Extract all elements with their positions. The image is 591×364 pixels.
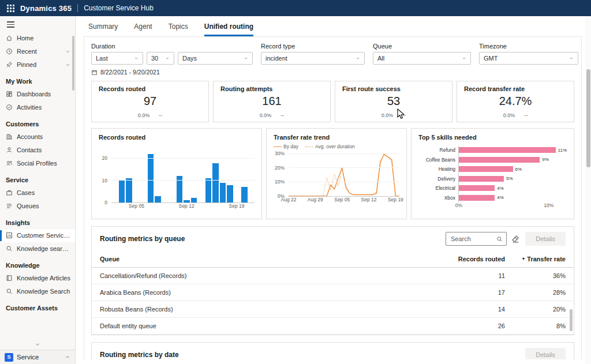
main-scrollbar[interactable] bbox=[585, 16, 591, 364]
details-button[interactable]: Details bbox=[525, 348, 566, 359]
date-range-row: 8/22/2021 - 9/20/2021 bbox=[91, 69, 574, 76]
chevron-down-icon bbox=[165, 56, 170, 61]
duration-count-dropdown[interactable]: 30 bbox=[147, 52, 174, 65]
record-type-filter: Record type incident bbox=[261, 43, 365, 65]
records-routed-plot bbox=[111, 148, 255, 203]
sidebar-item-dashboards[interactable]: Dashboards bbox=[0, 88, 75, 101]
tab-agent[interactable]: Agent bbox=[134, 22, 152, 36]
social-profiles-icon bbox=[6, 160, 13, 167]
sidebar-item-label: Accounts bbox=[17, 133, 43, 140]
skills-rows: Refund11%Coffee Beans9%Heating6%Delivery… bbox=[418, 145, 567, 202]
cell-records-routed: 17 bbox=[436, 289, 505, 296]
sidebar-scrollbar-thumb[interactable] bbox=[72, 36, 74, 91]
sidebar-item-knowledge-articles[interactable]: Knowledge Articles bbox=[0, 272, 75, 285]
filter-bar: Duration Last 30 Days bbox=[91, 43, 574, 65]
y-tick-label: 10 bbox=[102, 178, 107, 183]
column-header-queue[interactable]: Queue bbox=[100, 256, 436, 262]
kpi-delta: 0.0%-- bbox=[457, 112, 574, 118]
top-skills-chart: Top 5 skills needed Refund11%Coffee Bean… bbox=[411, 128, 574, 219]
column-header-transfer-rate[interactable]: ▼Transfer rate bbox=[505, 256, 566, 262]
tab-unified-routing[interactable]: Unified routing bbox=[204, 22, 253, 36]
legend-label: Avg. over duration bbox=[315, 144, 355, 149]
table-row[interactable]: Default entity queue268% bbox=[92, 318, 574, 335]
sidebar-section-title: Customer Assets bbox=[0, 298, 75, 314]
chevron-down-icon bbox=[569, 56, 574, 61]
sidebar-item-cases[interactable]: Cases bbox=[0, 186, 75, 200]
details-button[interactable]: Details bbox=[525, 232, 566, 246]
duration-mode-dropdown[interactable]: Last bbox=[91, 52, 143, 65]
sidebar-item-label: Knowledge Search bbox=[17, 288, 70, 295]
sidebar-item-pinned[interactable]: Pinned bbox=[0, 58, 75, 72]
search-input[interactable] bbox=[450, 235, 494, 243]
duration-label: Duration bbox=[91, 43, 253, 50]
gridline bbox=[289, 153, 399, 154]
sidebar-scrollbar[interactable] bbox=[72, 36, 74, 356]
sidebar-item-knowledge-search[interactable]: Knowledge Search bbox=[0, 285, 75, 298]
app-subtitle[interactable]: Customer Service Hub bbox=[84, 4, 154, 12]
table-row[interactable]: Arabica Beans (Records)1728% bbox=[92, 284, 574, 301]
kpi-card-first-route-success: First route success530.0%-- bbox=[335, 81, 452, 122]
hamburger-menu-icon[interactable] bbox=[0, 16, 75, 32]
sidebar-item-recent[interactable]: Recent bbox=[0, 45, 75, 58]
sidebar-scroll-down-icon[interactable] bbox=[0, 342, 75, 350]
kpi-delta: 0.0%-- bbox=[335, 112, 452, 118]
record-type-dropdown[interactable]: incident bbox=[261, 52, 365, 65]
tab-summary[interactable]: Summary bbox=[88, 22, 118, 36]
sidebar-item-contacts[interactable]: Contacts bbox=[0, 144, 75, 157]
cell-queue: Default entity queue bbox=[100, 322, 436, 329]
y-tick-label: 30% bbox=[275, 151, 285, 156]
trend-legend: By dayAvg. over duration bbox=[274, 144, 399, 149]
clear-filters-icon[interactable] bbox=[511, 235, 519, 243]
cell-queue: Robusta Beans (Records) bbox=[100, 306, 436, 313]
skill-bar-track: 4% bbox=[458, 193, 567, 203]
legend-avg-over-duration: Avg. over duration bbox=[305, 144, 355, 149]
duration-unit-dropdown[interactable]: Days bbox=[178, 52, 253, 65]
app-title[interactable]: Dynamics 365 bbox=[20, 4, 72, 13]
chart-title: Records routed bbox=[99, 134, 255, 141]
sidebar-item-social-profiles[interactable]: Social Profiles bbox=[0, 157, 75, 170]
sidebar-item-accounts[interactable]: Accounts bbox=[0, 130, 75, 144]
gridline bbox=[289, 167, 399, 168]
queue-dropdown[interactable]: All bbox=[373, 52, 471, 65]
y-tick-label: 20% bbox=[275, 165, 285, 171]
skill-row-electrical: Electrical4% bbox=[418, 183, 567, 193]
legend-swatch bbox=[274, 147, 282, 147]
column-header-records-routed[interactable]: Records routed bbox=[436, 256, 505, 262]
dashboard-content: Duration Last 30 Days bbox=[76, 36, 591, 359]
sidebar-item-knowledge-search[interactable]: Knowledge search... bbox=[0, 242, 75, 256]
selected-value: Last bbox=[96, 55, 108, 62]
cell-records-routed: 26 bbox=[436, 322, 505, 329]
table-row[interactable]: Robusta Beans (Records)1420% bbox=[92, 301, 574, 318]
legend-label: By day bbox=[283, 144, 298, 149]
sidebar-item-home[interactable]: Home bbox=[0, 32, 75, 45]
queue-table-body: Cancellation/Refund (Records)1136%Arabic… bbox=[92, 268, 574, 335]
waffle-icon[interactable] bbox=[7, 5, 14, 12]
sidebar-section-title: Knowledge bbox=[0, 256, 75, 272]
pin-icon bbox=[6, 61, 13, 68]
kpi-value: 24.7% bbox=[464, 95, 567, 108]
tab-topics[interactable]: Topics bbox=[169, 22, 188, 36]
activities-icon bbox=[6, 104, 13, 111]
skill-row-refund: Refund11% bbox=[418, 145, 567, 155]
table-scrollbar[interactable] bbox=[570, 279, 573, 331]
chevron-down-icon bbox=[65, 62, 70, 67]
area-switcher[interactable]: S Service bbox=[0, 350, 75, 364]
table-scrollbar-thumb[interactable] bbox=[570, 309, 573, 331]
x-tick-label: Aug 29 bbox=[308, 197, 323, 202]
sidebar-item-queues[interactable]: Queues bbox=[0, 200, 75, 213]
search-box[interactable] bbox=[446, 232, 507, 246]
sort-descending-icon[interactable]: ▼ bbox=[521, 257, 525, 261]
cell-transfer-rate: 36% bbox=[505, 272, 566, 279]
table-row[interactable]: Cancellation/Refund (Records)1136% bbox=[92, 268, 574, 284]
legend-by-day: By day bbox=[274, 144, 298, 149]
records-routed-yaxis: 01020 bbox=[99, 148, 109, 203]
trend-series-by-day bbox=[289, 154, 399, 196]
main-scrollbar-thumb[interactable] bbox=[586, 69, 590, 167]
sidebar-item-activities[interactable]: Activities bbox=[0, 101, 75, 114]
top-app-bar: Dynamics 365 Customer Service Hub bbox=[0, 0, 591, 16]
sidebar-section-title: Service bbox=[0, 170, 75, 186]
records-routed-chart: Records routed 01020 Sep 05Sep 12Sep 19 bbox=[91, 128, 262, 219]
skill-value: 4% bbox=[497, 186, 504, 191]
sidebar-item-customer-service[interactable]: Customer Service ... bbox=[0, 229, 75, 242]
timezone-dropdown[interactable]: GMT bbox=[479, 52, 578, 65]
